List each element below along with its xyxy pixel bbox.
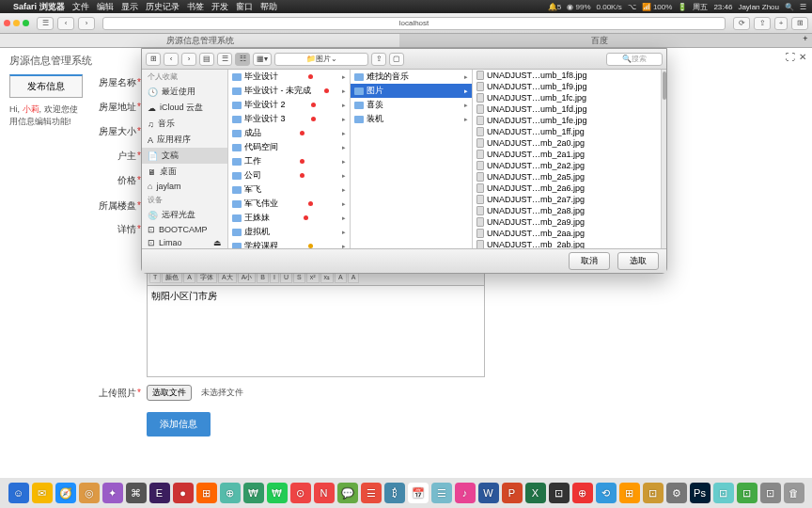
status-battery[interactable]: ◉ 99% [567,3,590,11]
menu-window[interactable]: 窗口 [236,1,253,13]
picker-location[interactable]: 📁 图片 ⌄ [274,53,368,66]
file-item[interactable]: UNADJUST…mb_2aa.jpg [473,228,661,239]
dock-app[interactable]: X [525,483,546,503]
dock-app[interactable]: ◎ [79,483,100,503]
dock-app[interactable]: ₩ [267,483,288,503]
folder-item[interactable]: 军飞伟业▸ [228,197,350,211]
file-item[interactable]: UNADJUST…umb_1fd.jpg [473,103,661,115]
dock-app[interactable]: 🧭 [55,483,76,503]
reload-icon[interactable]: ⟳ [733,17,750,30]
folder-item[interactable]: 成品▸ [228,126,350,140]
file-item[interactable]: UNADJUST…mb_2a1.jpg [473,149,661,160]
nav-forward-icon[interactable]: › [78,17,95,30]
sidebar-item[interactable]: ♫音乐 [142,116,227,132]
sidebar-toggle-icon[interactable]: ☰ [37,17,54,30]
form-tab-publish[interactable]: 发布信息 [9,74,83,98]
menu-edit[interactable]: 编辑 [97,1,114,13]
dock-app[interactable]: ⊡ [760,483,781,503]
dock-app[interactable]: ✦ [102,483,123,503]
file-item[interactable]: UNADJUST…umb_1fc.jpg [473,92,661,103]
dock-app[interactable]: ☰ [361,483,382,503]
dock-app[interactable]: ⊙ [290,483,311,503]
dock-app[interactable]: E [149,483,170,503]
status-battery-icon[interactable]: 🔋 [678,3,687,11]
folder-item[interactable]: 毕业设计 2▸ [228,98,350,112]
window-close[interactable] [4,20,10,26]
tab-2[interactable]: 百度 [399,34,799,47]
status-bluetooth-icon[interactable]: ⌥ [628,3,636,11]
sidebar-item[interactable]: A应用程序 [142,132,227,148]
sidebar-item[interactable]: ⌂jaylam [142,180,227,193]
fullscreen-icon[interactable]: ⛶ [786,52,795,62]
rich-editor[interactable]: 朝阳小区门市房 [147,285,485,377]
dock-app[interactable]: ⊡ [713,483,734,503]
dock-app[interactable]: W [478,483,499,503]
show-tabs-icon[interactable]: ⊞ [791,17,808,30]
sidebar-item[interactable]: 🕓最近使用 [142,84,227,100]
file-item[interactable]: UNADJUST…mb_2a6.jpg [473,183,661,194]
file-item[interactable]: UNADJUST…umb_1fe.jpg [473,115,661,126]
folder-item[interactable]: 公司▸ [228,168,350,183]
dock-app[interactable]: N [314,483,335,503]
folder-item[interactable]: 学校课程▸ [228,239,350,248]
spotlight-icon[interactable]: 🔍 [785,3,794,11]
file-item[interactable]: UNADJUST…umb_1f9.jpg [473,81,661,92]
menu-help[interactable]: 帮助 [260,1,277,13]
sidebar-item[interactable]: ⊡Limao⏏ [142,236,227,248]
dock-app[interactable]: ⟲ [596,483,617,503]
dock-app[interactable]: ₩ [243,483,264,503]
dock-app[interactable]: 🗑 [784,483,804,503]
picker-action-icon[interactable]: ⇪ [371,53,386,66]
picker-choose-button[interactable]: 选取 [617,252,659,270]
picker-fwd-icon[interactable]: › [181,53,196,66]
picker-view-gallery[interactable]: ▦▾ [253,53,272,66]
dock-app[interactable]: 💬 [337,483,358,503]
tab-add-icon[interactable]: + [799,34,812,47]
file-item[interactable]: UNADJUST…mb_2a5.jpg [473,171,661,183]
address-bar[interactable]: localhost [102,17,726,30]
share-icon[interactable]: ⇪ [754,17,771,30]
sidebar-item[interactable]: 📄文稿 [142,148,227,164]
picker-scrollbar[interactable] [661,70,666,248]
menu-history[interactable]: 历史记录 [146,1,180,13]
dock-app[interactable]: ₿ [384,483,405,503]
dock-app[interactable]: ● [173,483,194,503]
dock-app[interactable]: ⊡ [549,483,570,503]
menu-bookmarks[interactable]: 书签 [187,1,204,13]
picker-cancel-button[interactable]: 取消 [569,252,610,270]
dock-app[interactable]: ✉ [32,483,53,503]
dock-app[interactable]: ⊡ [737,483,757,503]
file-item[interactable]: UNADJUST…mb_2a0.jpg [473,137,661,149]
page-close-icon[interactable]: ✕ [799,52,806,62]
folder-item[interactable]: 毕业设计 - 未完成▸ [228,84,350,98]
dock-app[interactable]: ⊕ [220,483,241,503]
file-item[interactable]: UNADJUST…umb_1f8.jpg [473,70,661,81]
dock-app[interactable]: ⊞ [196,483,217,503]
nav-back-icon[interactable]: ‹ [57,17,74,30]
submit-button[interactable]: 添加信息 [147,412,211,437]
sidebar-item[interactable]: 🖥桌面 [142,164,227,180]
folder-item[interactable]: 虚拟机▸ [228,225,350,239]
picker-newfolder-icon[interactable]: ▢ [389,53,404,66]
file-choose-button[interactable]: 选取文件 [147,385,192,401]
status-notif-icon[interactable]: 🔔5 [548,3,561,11]
tab-1[interactable]: 房源信息管理系统 [0,34,399,47]
app-name[interactable]: Safari 浏览器 [13,1,65,13]
dock-app[interactable]: ⊕ [572,483,593,503]
status-user[interactable]: Jaylan Zhou [738,3,779,11]
picker-layout-icon[interactable]: ⊞ [146,53,161,66]
folder-item[interactable]: 喜羡▸ [351,98,472,112]
file-item[interactable]: UNADJUST…mb_2a7.jpg [473,194,661,205]
picker-search[interactable]: 🔍 搜索 [606,53,663,66]
file-item[interactable]: UNADJUST…mb_2a9.jpg [473,216,661,228]
dock-app[interactable]: ⊡ [643,483,664,503]
folder-item[interactable]: 装机▸ [351,112,472,126]
sidebar-item[interactable]: ⊡BOOTCAMP [142,223,227,236]
window-minimize[interactable] [13,20,20,26]
folder-item[interactable]: 代码空间▸ [228,140,350,154]
menu-file[interactable]: 文件 [72,1,89,13]
folder-item[interactable]: 工作▸ [228,154,350,168]
dock-app[interactable]: Ps [690,483,710,503]
new-tab-icon[interactable]: + [774,17,788,30]
dock-app[interactable]: ☺ [8,483,29,503]
